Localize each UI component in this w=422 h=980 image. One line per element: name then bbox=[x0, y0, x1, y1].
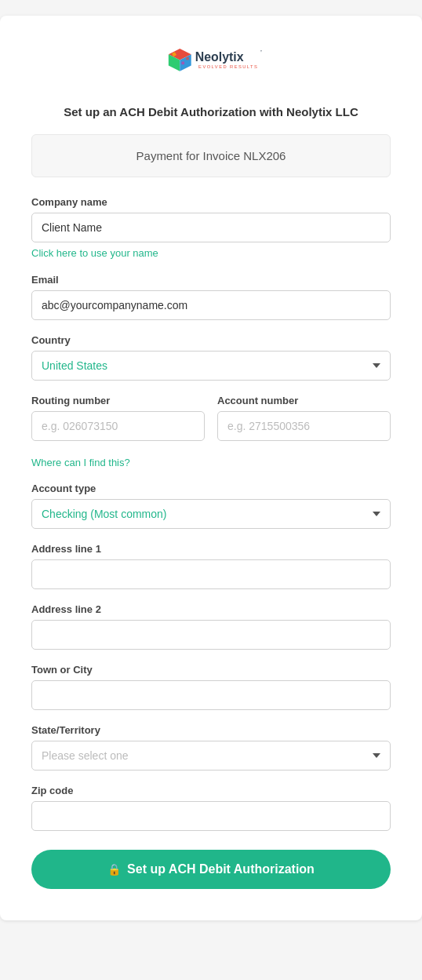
submit-button-label: Set up ACH Debit Authorization bbox=[127, 862, 315, 876]
lock-icon: 🔒 bbox=[107, 863, 121, 876]
state-territory-group: State/Territory Please select one Alabam… bbox=[31, 724, 391, 771]
svg-text:™: ™ bbox=[260, 49, 262, 54]
bank-numbers-row: Routing number Account number bbox=[31, 395, 391, 455]
address-line1-label: Address line 1 bbox=[31, 543, 391, 555]
company-name-group: Company name Click here to use your name bbox=[31, 196, 391, 260]
company-name-input[interactable] bbox=[31, 213, 391, 242]
submit-button[interactable]: 🔒 Set up ACH Debit Authorization bbox=[31, 850, 391, 889]
address-line2-group: Address line 2 bbox=[31, 603, 391, 650]
town-city-group: Town or City bbox=[31, 664, 391, 710]
zip-code-input[interactable] bbox=[31, 801, 391, 831]
routing-number-label: Routing number bbox=[31, 395, 205, 406]
svg-rect-5 bbox=[186, 57, 189, 60]
town-city-input[interactable] bbox=[31, 680, 391, 710]
address-line2-input[interactable] bbox=[31, 620, 391, 650]
svg-text:Neolytix: Neolytix bbox=[195, 50, 244, 64]
account-number-label: Account number bbox=[217, 395, 391, 406]
zip-code-label: Zip code bbox=[31, 785, 391, 796]
country-group: Country United States Canada United King… bbox=[31, 334, 391, 381]
address-line1-group: Address line 1 bbox=[31, 543, 391, 589]
invoice-banner: Payment for Invoice NLX206 bbox=[31, 134, 391, 177]
email-input[interactable] bbox=[31, 290, 391, 320]
account-type-select[interactable]: Checking (Most common) Savings bbox=[31, 499, 391, 529]
account-type-group: Account type Checking (Most common) Savi… bbox=[31, 483, 391, 529]
neolytix-logo: Neolytix ™ EVOLVED RESULTS bbox=[160, 39, 262, 86]
use-name-link[interactable]: Click here to use your name bbox=[31, 247, 158, 259]
account-number-input[interactable] bbox=[217, 411, 391, 441]
svg-rect-4 bbox=[181, 62, 184, 65]
country-select[interactable]: United States Canada United Kingdom Aust… bbox=[31, 351, 391, 381]
email-label: Email bbox=[31, 274, 391, 286]
account-number-group: Account number bbox=[217, 395, 391, 441]
page-container: Neolytix ™ EVOLVED RESULTS Set up an ACH… bbox=[0, 16, 422, 920]
routing-number-group: Routing number bbox=[31, 395, 205, 441]
address-line1-input[interactable] bbox=[31, 559, 391, 589]
country-label: Country bbox=[31, 334, 391, 346]
svg-text:EVOLVED RESULTS: EVOLVED RESULTS bbox=[198, 64, 258, 69]
email-group: Email bbox=[31, 274, 391, 320]
company-name-label: Company name bbox=[31, 196, 391, 208]
where-find-link[interactable]: Where can I find this? bbox=[31, 457, 130, 468]
address-line2-label: Address line 2 bbox=[31, 603, 391, 615]
page-title: Set up an ACH Debit Authorization with N… bbox=[31, 105, 391, 118]
state-territory-select[interactable]: Please select one Alabama Alaska Arizona… bbox=[31, 741, 391, 771]
state-territory-label: State/Territory bbox=[31, 724, 391, 736]
logo-area: Neolytix ™ EVOLVED RESULTS bbox=[31, 39, 391, 86]
town-city-label: Town or City bbox=[31, 664, 391, 676]
routing-number-input[interactable] bbox=[31, 411, 205, 441]
account-type-label: Account type bbox=[31, 483, 391, 494]
zip-code-group: Zip code bbox=[31, 785, 391, 831]
